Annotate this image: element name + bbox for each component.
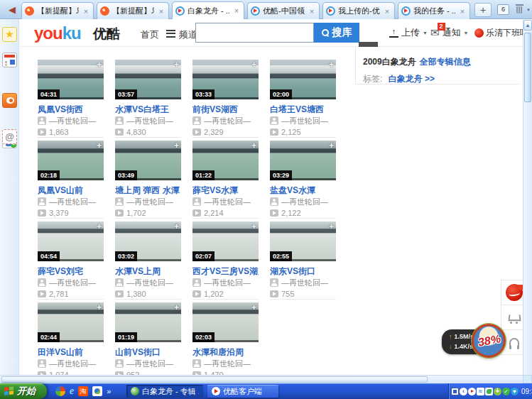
tray-health-icon[interactable]: +	[494, 388, 501, 395]
video-title-link[interactable]: 湖东VS街口	[270, 266, 336, 276]
sogou-browser-icon[interactable]	[55, 386, 65, 396]
nav-channels-link[interactable]: 频道	[166, 28, 197, 41]
video-card[interactable]: + 03:49 塘上周 弹西 水潭 —再世轮回— 1,702	[115, 141, 181, 219]
video-title-link[interactable]: 山前VS街口	[115, 346, 181, 357]
video-card[interactable]: + 02:55 湖东VS街口 —再世轮回— 755	[270, 222, 336, 300]
uploader-link[interactable]: —再世轮回—	[126, 278, 173, 288]
video-card[interactable]: + 02:00 白塔王VS塘西 —再世轮回— 2,125	[270, 60, 336, 138]
add-to-list-icon[interactable]: +	[329, 60, 334, 70]
search-input[interactable]	[196, 23, 313, 42]
tray-security-shield-icon[interactable]: ♥	[511, 388, 519, 395]
video-thumbnail[interactable]: + 03:57	[115, 60, 181, 99]
video-thumbnail[interactable]: + 02:03	[192, 302, 259, 342]
new-tab-button[interactable]: +	[474, 3, 492, 17]
uploader-link[interactable]: —再世轮回—	[281, 116, 328, 126]
favorites-star-icon[interactable]: ★	[2, 27, 17, 42]
tray-network-icon[interactable]: ≈	[477, 388, 484, 395]
shopping-cart-button[interactable]	[501, 305, 523, 330]
video-card[interactable]: + 03:29 盐盘VS水潭 —再世轮回— 2,122	[270, 141, 336, 219]
video-card[interactable]: + 03:33 前街VS湖西 —再世轮回— 2,329	[192, 60, 259, 138]
video-thumbnail[interactable]: + 03:33	[192, 60, 259, 99]
video-title-link[interactable]: 水潭VS白塔王	[115, 104, 181, 114]
add-to-list-icon[interactable]: +	[174, 60, 179, 70]
mail-at-icon[interactable]: @	[2, 129, 17, 144]
tab-close-icon[interactable]: ×	[383, 7, 391, 16]
tab-active-album[interactable]: 白象龙舟 - ... ×	[172, 1, 244, 19]
nav-home-link[interactable]: 首页	[141, 28, 159, 41]
video-thumbnail[interactable]: + 04:31	[38, 60, 104, 99]
video-thumbnail[interactable]: + 02:07	[192, 222, 259, 261]
video-thumbnail[interactable]: + 03:29	[270, 141, 336, 180]
add-to-list-icon[interactable]: +	[97, 141, 102, 151]
tab-list-button[interactable]: 6	[497, 4, 509, 15]
video-card[interactable]: + 04:54 薛宅VS刘宅 —再世轮回— 2,781	[38, 222, 104, 300]
video-card[interactable]: + 03:02 水潭VS上周 —再世轮回— 1,380	[115, 222, 181, 300]
notifications-menu[interactable]: ✉2 通知 ▼	[430, 26, 469, 39]
tray-youku-icon[interactable]	[468, 388, 476, 395]
trash-dropdown-caret-icon[interactable]: ▼	[526, 8, 531, 12]
video-card[interactable]: + 02:18 凤凰VS山前 —再世轮回— 3,379	[38, 141, 104, 219]
vertical-scrollbar[interactable]: ▲	[523, 20, 532, 375]
add-to-list-icon[interactable]: +	[97, 302, 102, 312]
video-title-link[interactable]: 凤凰VS山前	[38, 185, 104, 195]
video-card[interactable]: + 01:22 薛宅VS水潭 —再世轮回— 2,214	[192, 141, 259, 219]
uploader-link[interactable]: —再世轮回—	[49, 359, 96, 369]
tray-document-icon[interactable]	[451, 388, 459, 395]
add-to-list-icon[interactable]: +	[251, 222, 256, 231]
search-button[interactable]: 搜库	[314, 23, 359, 43]
scroll-up-button[interactable]: ▲	[523, 20, 532, 31]
video-title-link[interactable]: 盐盘VS水潭	[270, 185, 336, 195]
uploader-link[interactable]: —再世轮回—	[49, 197, 96, 207]
tab-close-icon[interactable]: ×	[232, 6, 241, 15]
add-to-list-icon[interactable]: +	[251, 141, 256, 151]
video-title-link[interactable]: 水潭VS上周	[115, 266, 181, 276]
browser-back-icon[interactable]: ◀	[5, 3, 19, 16]
uploader-link[interactable]: —再世轮回—	[49, 116, 96, 126]
horizontal-scrollbar-thumb[interactable]	[1, 376, 428, 383]
add-to-list-icon[interactable]: +	[251, 60, 256, 70]
tab-close-icon[interactable]: ×	[308, 7, 316, 16]
add-to-list-icon[interactable]: +	[97, 60, 102, 70]
video-thumbnail[interactable]: + 02:18	[38, 141, 104, 180]
tray-antivirus-shield-icon[interactable]: ✓	[502, 388, 510, 395]
tag-link[interactable]: 白象龙舟 >>	[389, 74, 435, 84]
youku-logo[interactable]: youku	[34, 23, 81, 43]
uploader-link[interactable]: —再世轮回—	[204, 359, 251, 369]
video-card[interactable]: + 03:57 水潭VS白塔王 —再世轮回— 4,830	[115, 60, 181, 138]
video-thumbnail[interactable]: + 01:19	[115, 302, 181, 342]
video-card[interactable]: + 01:19 山前VS街口 —再世轮回— 952	[115, 302, 181, 375]
upload-menu[interactable]: ↑ 上传 ▼	[389, 26, 428, 39]
uploader-link[interactable]: —再世轮回—	[281, 197, 328, 207]
cola-promo-button[interactable]	[501, 280, 523, 305]
add-to-list-icon[interactable]: +	[97, 222, 102, 231]
video-card[interactable]: + 02:07 西才VS三房VS湖东 —再世轮回— 1,202	[192, 222, 259, 300]
video-thumbnail[interactable]: + 03:49	[115, 141, 181, 180]
video-title-link[interactable]: 薛宅VS刘宅	[38, 266, 104, 276]
tab-close-icon[interactable]: ×	[157, 7, 165, 16]
uploader-link[interactable]: —再世轮回—	[49, 278, 96, 288]
video-card[interactable]: + 02:44 田洋VS山前 —再世轮回— 1,074	[38, 302, 104, 375]
messenger-icon[interactable]	[92, 386, 102, 396]
uploader-link[interactable]: —再世轮回—	[126, 359, 173, 369]
tray-app-icon[interactable]	[485, 388, 493, 395]
uploader-link[interactable]: —再世轮回—	[126, 197, 173, 207]
tab-youku-home[interactable]: 优酷-中国领... ×	[247, 2, 320, 19]
tab-my-tasks[interactable]: 我的任务 - ... ×	[398, 2, 470, 19]
add-to-list-icon[interactable]: +	[174, 222, 179, 231]
album-all-info-link[interactable]: 全部专辑信息	[420, 57, 471, 67]
news-icon[interactable]	[2, 53, 17, 67]
video-thumbnail[interactable]: + 04:54	[38, 222, 104, 261]
download-progress-badge[interactable]: 38%	[472, 324, 506, 358]
start-button[interactable]: 开始	[0, 383, 47, 399]
add-to-list-icon[interactable]: +	[174, 302, 179, 312]
youku-logo-cn[interactable]: 优酷	[93, 25, 120, 43]
taobao-icon[interactable]: 淘	[78, 386, 88, 396]
video-title-link[interactable]: 前街VS湖西	[192, 104, 259, 114]
taskbar-task-youku-client[interactable]: 优酷客户端	[207, 385, 278, 398]
tab-my-uploads[interactable]: 我上传的-优... ×	[322, 2, 395, 19]
video-title-link[interactable]: 塘上周 弹西 水潭	[115, 185, 181, 195]
video-thumbnail[interactable]: + 02:55	[270, 222, 336, 261]
video-card[interactable]: + 04:31 凤凰VS街西 —再世轮回— 1,863	[38, 60, 104, 138]
taskbar-task-album[interactable]: 白象龙舟 - 专辑 ...	[126, 385, 203, 398]
video-title-link[interactable]: 凤凰VS街西	[38, 104, 104, 114]
